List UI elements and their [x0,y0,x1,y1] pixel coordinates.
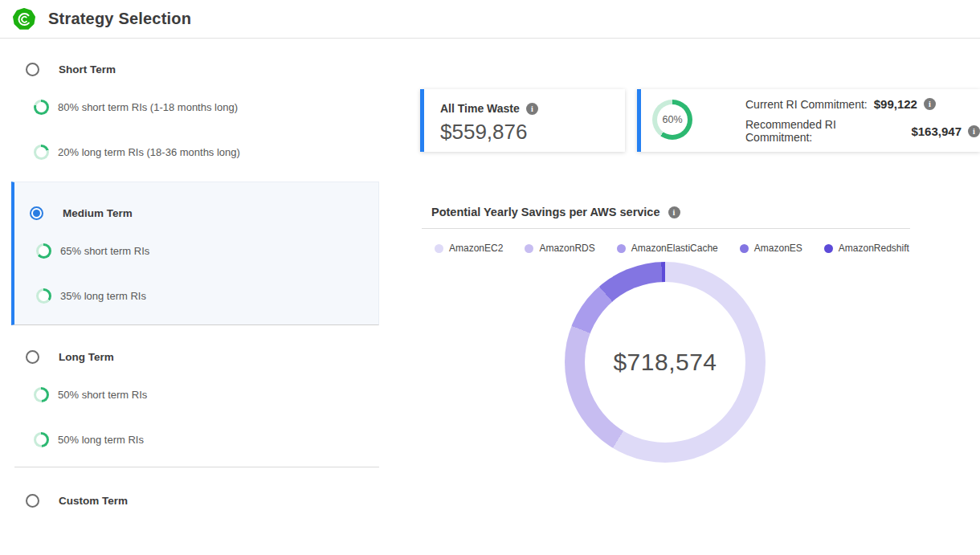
legend-label: AmazonElastiCache [631,243,718,254]
radio-short-term[interactable] [26,63,39,76]
recommended-ri-commitment-row: Recommended RI Commitment: $163,947 i [745,118,980,144]
legend-label: AmazonEC2 [449,243,503,254]
chart-title: Potential Yearly Savings per AWS service [431,206,660,218]
radio-medium-term[interactable] [30,206,43,220]
legend-item-amazonec2[interactable]: AmazonEC2 [435,243,503,254]
legend-label: AmazonRDS [539,243,594,254]
option-long-term[interactable]: Long Term [26,350,114,364]
chart-title-row: Potential Yearly Savings per AWS service… [431,206,680,218]
info-icon[interactable]: i [526,103,538,115]
progress-ring-80 [34,100,49,115]
app-header: Strategy Selection [0,0,980,39]
info-icon[interactable]: i [668,206,680,218]
legend-item-amazonrds[interactable]: AmazonRDS [525,243,594,254]
donut-center-total: $718,574 [613,349,717,376]
short-term-sub-2: 20% long term RIs (18-36 months long) [34,145,240,160]
progress-ring-65 [36,243,51,259]
legend-dot [435,244,443,253]
option-label: Medium Term [63,207,133,219]
short-term-sub-1: 80% short term RIs (1-18 months long) [34,100,238,115]
long-term-sub-1: 50% short term RIs [34,387,147,402]
chart-legend: AmazonEC2 AmazonRDS AmazonElastiCache Am… [435,243,909,254]
sub-option-label: 80% short term RIs (1-18 months long) [58,101,238,113]
option-label: Short Term [59,63,116,75]
current-ri-label: Current RI Commitment: [745,98,868,111]
progress-ring-35 [36,288,51,304]
long-term-sub-2: 50% long term RIs [34,432,144,447]
sub-option-label: 65% short term RIs [60,245,149,257]
all-time-waste-card: All Time Waste i $559,876 [420,89,625,152]
sub-option-label: 20% long term RIs (18-36 months long) [58,146,240,158]
medium-term-sub-1: 65% short term RIs [36,243,149,259]
legend-dot [740,244,749,253]
current-ri-value: $99,122 [874,97,917,111]
sub-option-label: 35% long term RIs [60,290,146,302]
legend-dot [525,244,533,253]
chart-divider [422,228,910,229]
donut-hole: $718,574 [585,282,745,443]
strategy-selection-list: Short Term 80% short term RIs (1-18 mont… [0,39,394,555]
option-medium-term[interactable]: Medium Term [30,206,133,220]
legend-dot [824,244,833,253]
page-title: Strategy Selection [48,10,191,28]
legend-item-amazones[interactable]: AmazonES [740,243,802,254]
medium-term-sub-2: 35% long term RIs [36,288,146,304]
info-icon[interactable]: i [924,98,936,110]
legend-label: AmazonRedshift [839,243,909,254]
info-icon[interactable]: i [968,125,980,137]
commitment-percent-donut: 60% [652,100,692,140]
app-logo-icon [13,8,35,31]
waste-card-value: $559,876 [440,120,527,145]
sub-option-label: 50% long term RIs [58,434,144,446]
current-ri-commitment-row: Current RI Commitment: $99,122 i [745,97,980,111]
section-divider [14,467,379,467]
option-label: Long Term [59,351,114,363]
sub-option-label: 50% short term RIs [58,389,147,401]
recommended-ri-value: $163,947 [911,124,962,138]
legend-item-amazonredshift[interactable]: AmazonRedshift [824,243,909,254]
commitment-percent-label: 60% [662,114,682,125]
option-label: Custom Term [59,495,128,507]
option-short-term[interactable]: Short Term [26,63,116,76]
waste-card-label: All Time Waste [440,102,520,115]
progress-ring-50b [34,432,49,447]
option-custom-term[interactable]: Custom Term [26,494,128,508]
ri-commitment-card: 60% Current RI Commitment: $99,122 i Rec… [637,89,980,152]
legend-item-amazonelasticache[interactable]: AmazonElastiCache [617,243,718,254]
recommended-ri-label: Recommended RI Commitment: [745,118,904,144]
radio-custom-term[interactable] [26,494,39,508]
savings-donut-chart[interactable]: $718,574 [565,262,766,463]
progress-ring-50a [34,387,49,402]
radio-long-term[interactable] [26,350,39,364]
legend-dot [617,244,626,253]
progress-ring-20 [34,145,49,160]
legend-label: AmazonES [754,243,802,254]
